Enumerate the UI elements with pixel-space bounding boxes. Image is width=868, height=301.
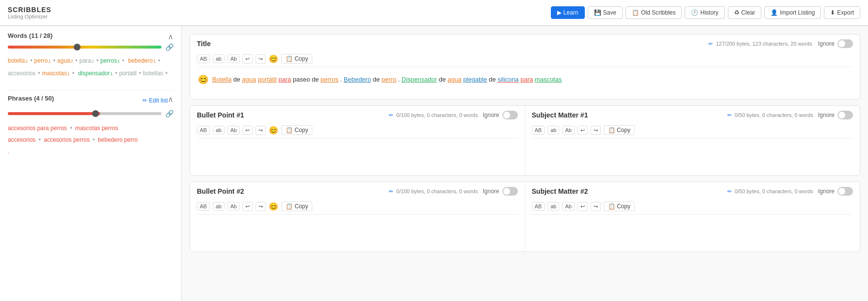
phrase-row-3: . <box>8 146 174 157</box>
learn-icon: ▶ <box>557 9 562 16</box>
bullet2-subject2-section: Bullet Point #2 ✏ 0/100 bytes, 0 charact… <box>190 182 860 252</box>
bullet2-meta: ✏ 0/100 bytes, 0 characters, 0 words <box>389 188 478 195</box>
content-area: Title ✏ 127/200 bytes, 123 characters, 2… <box>182 26 868 301</box>
title-copy-button[interactable]: 📋 Copy <box>281 54 312 64</box>
bullet1-redo[interactable]: ↪ <box>256 126 266 135</box>
subject2-panel: Subject Matter #2 ✏ 0/50 bytes, 0 charac… <box>525 182 860 251</box>
bullet2-ab-title[interactable]: Ab <box>227 202 240 211</box>
bullet2-undo[interactable]: ↩ <box>242 202 253 211</box>
subject2-label: Subject Matter #2 <box>532 187 588 195</box>
subject2-ab-lower[interactable]: ab <box>547 202 559 211</box>
subject1-ab-lower[interactable]: ab <box>547 126 559 134</box>
bullet2-ab-lower[interactable]: ab <box>213 202 225 211</box>
word-agua: agua2• <box>57 56 78 67</box>
learn-button[interactable]: ▶ Learn <box>551 6 585 19</box>
title-content[interactable]: 😊 Botella de agua portátil para paseo de… <box>197 70 853 94</box>
edit-phrases-link[interactable]: ✏ Edit list <box>143 97 168 104</box>
word-perros: perros1• <box>100 56 124 67</box>
subject1-copy-button[interactable]: 📋 Copy <box>604 125 635 135</box>
subject2-ab-title[interactable]: Ab <box>562 202 574 211</box>
title-emoji[interactable]: 😊 <box>269 54 278 64</box>
bullet2-label: Bullet Point #2 <box>197 187 244 195</box>
title-ignore-row: Ignore <box>818 39 853 48</box>
subject1-redo[interactable]: ↪ <box>591 126 601 135</box>
title-ab-lower[interactable]: ab <box>213 54 225 63</box>
import-listing-button[interactable]: 👤 Import Listing <box>764 6 821 19</box>
bullet2-redo[interactable]: ↪ <box>256 202 266 211</box>
word-botella: botella1• <box>8 56 32 67</box>
phrases-slider-thumb[interactable] <box>92 110 99 117</box>
bullet1-copy-button[interactable]: 📋 Copy <box>281 125 312 135</box>
history-icon: 🕐 <box>691 9 698 16</box>
phrases-slider-row: 🔗 <box>8 110 174 117</box>
bullet1-ignore-toggle[interactable] <box>502 111 518 119</box>
bullet1-undo[interactable]: ↩ <box>242 126 253 135</box>
bullet1-ab-title[interactable]: Ab <box>227 126 240 134</box>
bullet1-edit-icon[interactable]: ✏ <box>389 112 393 118</box>
bullet1-header: Bullet Point #1 ✏ 0/100 bytes, 0 charact… <box>197 111 518 119</box>
title-edit-icon[interactable]: ✏ <box>708 41 713 47</box>
sidebar-collapse-button[interactable]: ∧ <box>168 32 174 41</box>
word-accesorios: accesorios• <box>8 68 40 79</box>
title-avatar-icon: 😊 <box>198 75 209 84</box>
phrases-link-icon[interactable]: 🔗 <box>165 110 174 117</box>
bullet1-emoji[interactable]: 😊 <box>269 126 278 135</box>
subject1-undo[interactable]: ↩ <box>578 126 588 135</box>
subject2-ignore-row: Ignore <box>818 187 853 196</box>
save-button[interactable]: 💾 Save <box>588 6 623 19</box>
subject2-toggle-thumb <box>838 188 845 195</box>
title-ab-upper[interactable]: AB <box>197 54 210 63</box>
subject1-edit-icon[interactable]: ✏ <box>727 112 732 118</box>
bullet1-ab-lower[interactable]: ab <box>213 126 225 134</box>
subject2-edit-icon[interactable]: ✏ <box>727 188 732 195</box>
bullet2-copy-button[interactable]: 📋 Copy <box>281 201 312 211</box>
app-subtitle: Listing Optimizer <box>8 14 51 19</box>
words-section: Words (11 / 28) 🔗 botella1• perro1• agua… <box>8 32 174 79</box>
subject1-ab-upper[interactable]: AB <box>532 126 545 134</box>
title-section: Title ✏ 127/200 bytes, 123 characters, 2… <box>190 34 860 100</box>
edit-icon: ✏ <box>143 97 147 104</box>
subject1-content[interactable] <box>532 141 853 170</box>
bullet2-ignore-toggle[interactable] <box>502 187 518 196</box>
save-icon: 💾 <box>594 9 601 16</box>
phrases-slider-track[interactable] <box>8 112 161 115</box>
bullet2-emoji[interactable]: 😊 <box>269 202 278 211</box>
bullet2-edit-icon[interactable]: ✏ <box>389 188 393 195</box>
subject1-ignore-row: Ignore <box>818 111 853 119</box>
subject2-redo[interactable]: ↪ <box>591 202 601 211</box>
import-icon: 👤 <box>771 9 778 16</box>
bullet2-toggle-thumb <box>503 188 510 195</box>
top-bar-actions: ▶ Learn 💾 Save 📋 Old Scribbles 🕐 History… <box>551 6 860 19</box>
subject2-copy-button[interactable]: 📋 Copy <box>604 201 635 211</box>
title-ab-title[interactable]: Ab <box>227 54 240 63</box>
clear-button[interactable]: ♻ Clear <box>728 6 762 19</box>
title-meta: ✏ 127/200 bytes, 123 characters, 20 word… <box>708 41 812 47</box>
words-link-icon[interactable]: 🔗 <box>165 43 174 51</box>
subject1-label: Subject Matter #1 <box>532 111 588 119</box>
bullet2-content[interactable] <box>197 217 518 247</box>
subject2-undo[interactable]: ↩ <box>578 202 588 211</box>
history-button[interactable]: 🕐 History <box>685 6 724 19</box>
title-toggle-thumb <box>838 40 845 47</box>
title-redo[interactable]: ↪ <box>256 54 266 64</box>
title-undo[interactable]: ↩ <box>242 54 253 64</box>
words-slider-thumb[interactable] <box>74 44 80 50</box>
subject1-meta: ✏ 0/50 bytes, 0 characters, 0 words <box>727 112 813 118</box>
sidebar: ∧ Words (11 / 28) 🔗 botella1• perro1• ag… <box>0 26 182 301</box>
bullet1-ab-upper[interactable]: AB <box>197 126 210 134</box>
bullet2-ab-upper[interactable]: AB <box>197 202 210 211</box>
bullet1-content[interactable] <box>197 141 518 170</box>
subject1-ab-title[interactable]: Ab <box>562 126 574 134</box>
phrases-collapse-button[interactable]: ∧ <box>168 95 174 104</box>
subject2-ab-upper[interactable]: AB <box>532 202 545 211</box>
old-scribbles-button[interactable]: 📋 Old Scribbles <box>626 6 682 19</box>
subject1-ignore-toggle[interactable] <box>837 111 853 119</box>
phrases-list: accesorios para perros • mascotas perros… <box>8 122 174 157</box>
subject1-copy-icon: 📋 <box>608 127 615 134</box>
subject2-ignore-toggle[interactable] <box>837 187 853 196</box>
title-ignore-toggle[interactable] <box>837 39 853 48</box>
words-slider-track[interactable] <box>8 46 161 49</box>
export-button[interactable]: ⬇ Export <box>824 6 860 19</box>
phrases-header: Phrases (4 / 50) ✏ Edit list <box>8 95 168 106</box>
subject2-content[interactable] <box>532 217 853 247</box>
